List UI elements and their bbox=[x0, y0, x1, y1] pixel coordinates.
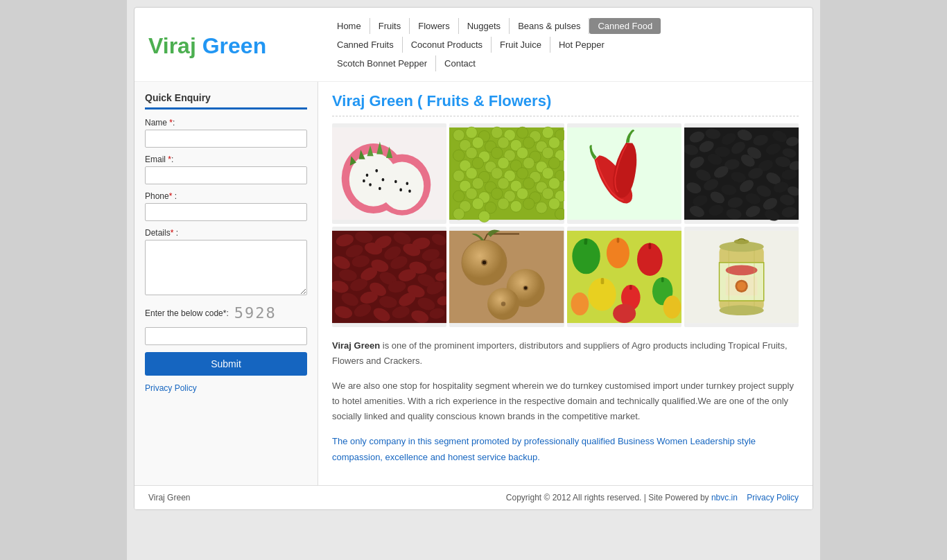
nav-coconut-products[interactable]: Coconut Products bbox=[403, 37, 492, 53]
svg-point-71 bbox=[548, 177, 560, 189]
svg-point-41 bbox=[492, 147, 503, 159]
phone-label: Phone* : bbox=[145, 191, 307, 201]
nav-flowers[interactable]: Flowers bbox=[410, 18, 459, 34]
svg-point-50 bbox=[498, 157, 510, 169]
sidebar-title: Quick Enquiry bbox=[145, 92, 307, 103]
nav-fruit-juice[interactable]: Fruit Juice bbox=[492, 37, 550, 53]
svg-point-37 bbox=[548, 137, 560, 149]
desc1-text: is one of the prominent importers, distr… bbox=[332, 340, 788, 366]
image-blackbeans bbox=[684, 123, 799, 224]
svg-point-28 bbox=[542, 127, 554, 139]
desc-block-1: Viraj Green is one of the prominent impo… bbox=[332, 338, 799, 369]
nav-home[interactable]: Home bbox=[329, 18, 370, 34]
image-greenpeas bbox=[449, 123, 564, 224]
svg-point-209 bbox=[663, 296, 681, 319]
nav-fruits[interactable]: Fruits bbox=[370, 18, 410, 34]
svg-point-5 bbox=[366, 174, 369, 177]
svg-point-45 bbox=[542, 147, 554, 159]
svg-point-13 bbox=[399, 189, 402, 192]
svg-rect-203 bbox=[600, 278, 604, 284]
submit-button[interactable]: Submit bbox=[145, 352, 307, 376]
svg-point-77 bbox=[517, 188, 529, 200]
svg-point-87 bbox=[536, 202, 548, 213]
svg-point-35 bbox=[523, 137, 535, 149]
desc-block-3: The only company in this segment promote… bbox=[332, 434, 799, 464]
footer-center: Copyright © 2012 All rights reserved. | … bbox=[506, 493, 799, 502]
svg-point-56 bbox=[466, 168, 478, 180]
image-grid bbox=[332, 123, 799, 327]
nav-nuggets[interactable]: Nuggets bbox=[459, 18, 510, 34]
svg-point-194 bbox=[501, 301, 505, 306]
svg-point-52 bbox=[523, 157, 535, 169]
svg-point-11 bbox=[394, 180, 397, 184]
svg-rect-207 bbox=[661, 277, 663, 282]
svg-point-223 bbox=[733, 239, 749, 244]
svg-point-210 bbox=[613, 304, 636, 324]
svg-point-65 bbox=[472, 177, 484, 189]
desc2-text: We are also one stop for hospitality seg… bbox=[332, 380, 794, 421]
svg-point-82 bbox=[472, 198, 484, 210]
svg-point-6 bbox=[375, 169, 378, 173]
svg-rect-201 bbox=[648, 243, 651, 249]
page-title: Viraj Green ( Fruits & Flowers) bbox=[332, 92, 799, 116]
svg-point-187 bbox=[483, 261, 487, 265]
svg-point-7 bbox=[382, 178, 385, 182]
svg-point-90 bbox=[453, 209, 465, 220]
name-label: Name *: bbox=[145, 118, 307, 128]
captcha-code: 5928 bbox=[234, 304, 277, 322]
nav-scotch-bonnet[interactable]: Scotch Bonnet Pepper bbox=[329, 55, 436, 71]
nav-hot-pepper[interactable]: Hot Pepper bbox=[550, 37, 613, 53]
footer-nbvc-link[interactable]: nbvc.in bbox=[711, 493, 738, 502]
nav-area: Home Fruits Flowers Nuggets Beans & puls… bbox=[329, 18, 799, 74]
svg-point-72 bbox=[453, 191, 465, 202]
nav-canned-food[interactable]: Canned Food bbox=[589, 18, 661, 34]
svg-point-12 bbox=[406, 182, 408, 185]
privacy-policy-link[interactable]: Privacy Policy bbox=[145, 383, 197, 393]
svg-point-217 bbox=[725, 265, 757, 276]
svg-point-86 bbox=[523, 198, 535, 210]
svg-point-55 bbox=[453, 170, 465, 182]
svg-point-192 bbox=[524, 286, 528, 290]
image-chili bbox=[567, 123, 681, 224]
svg-point-10 bbox=[363, 180, 365, 183]
nav-contact[interactable]: Contact bbox=[436, 55, 484, 71]
image-can bbox=[684, 227, 799, 327]
svg-rect-197 bbox=[584, 238, 587, 245]
svg-point-79 bbox=[542, 188, 554, 200]
svg-point-4 bbox=[381, 162, 424, 211]
svg-point-60 bbox=[517, 168, 529, 180]
details-textarea[interactable] bbox=[145, 240, 307, 295]
svg-point-69 bbox=[523, 177, 535, 189]
svg-point-220 bbox=[737, 281, 746, 290]
svg-point-214 bbox=[719, 305, 763, 315]
name-input[interactable] bbox=[145, 130, 307, 148]
captcha-input[interactable] bbox=[145, 327, 307, 345]
nav-canned-fruits[interactable]: Canned Fruits bbox=[329, 37, 403, 53]
svg-point-75 bbox=[492, 188, 503, 200]
captcha-label: Enter the below code bbox=[145, 308, 223, 318]
footer-privacy-link[interactable]: Privacy Policy bbox=[747, 493, 799, 502]
svg-point-62 bbox=[542, 168, 554, 180]
svg-point-39 bbox=[466, 147, 478, 159]
details-label: Details* : bbox=[145, 228, 307, 238]
svg-point-21 bbox=[453, 130, 465, 141]
svg-point-84 bbox=[498, 198, 510, 210]
brand-name: Viraj Green bbox=[332, 340, 380, 351]
desc3-text: The only company in this segment promote… bbox=[332, 436, 756, 462]
svg-point-48 bbox=[472, 157, 484, 169]
svg-point-26 bbox=[517, 127, 529, 139]
image-dragonfruit bbox=[332, 123, 446, 224]
svg-rect-205 bbox=[629, 285, 632, 290]
phone-input[interactable] bbox=[145, 203, 307, 221]
svg-point-43 bbox=[517, 147, 529, 159]
footer-copyright: Copyright © 2012 All rights reserved. | … bbox=[506, 493, 711, 502]
svg-point-208 bbox=[571, 292, 589, 315]
svg-point-38 bbox=[453, 150, 465, 161]
svg-point-88 bbox=[548, 198, 560, 210]
svg-point-91 bbox=[478, 211, 490, 222]
svg-point-31 bbox=[472, 137, 484, 149]
email-input[interactable] bbox=[145, 166, 307, 184]
footer-left: Viraj Green bbox=[148, 493, 190, 502]
nav-row-2: Canned Fruits Coconut Products Fruit Jui… bbox=[329, 37, 799, 53]
nav-beans-pulses[interactable]: Beans & pulses bbox=[510, 18, 589, 34]
